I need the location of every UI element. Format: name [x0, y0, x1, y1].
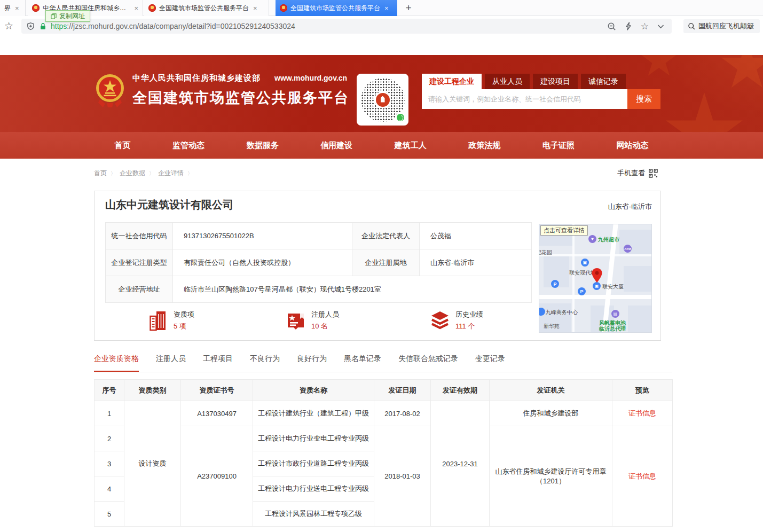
new-tab-button[interactable]: + — [402, 1, 415, 15]
tab-title: 全国建筑市场监管公共服务平台 — [290, 4, 380, 13]
secure-lock-icon[interactable] — [40, 22, 46, 30]
cell-qualification-name: 工程设计电力行业送电工程专业丙级 — [253, 476, 374, 502]
nav-item-news[interactable]: 网站动态 — [616, 140, 648, 151]
location-map[interactable]: 点击可查看详情 ♥ 九州超市 ATM 纪花园 ▣ 联安现代城 ▣ 联安大厦 P … — [539, 224, 652, 333]
supermarket-marker-icon: ♥ — [588, 235, 596, 243]
company-location-pin-icon — [592, 268, 602, 283]
tab-blacklist[interactable]: 黑名单记录 — [344, 354, 381, 372]
authority-line-2: （1201） — [493, 476, 609, 486]
stat-qualifications[interactable]: 资质项 5 项 — [149, 310, 194, 331]
nav-item-data-service[interactable]: 数据服务 — [247, 140, 279, 151]
map-label-garden: 纪花园 — [539, 249, 552, 256]
tab-good-behavior[interactable]: 良好行为 — [297, 354, 327, 372]
search-tab-credit[interactable]: 诚信记录 — [581, 74, 626, 89]
map-label-xinhua: 新华苑 — [544, 323, 560, 330]
stat-historical-performance[interactable]: 历史业绩 111 个 — [430, 310, 483, 331]
url-path: ://jzsc.mohurd.gov.cn/data/company/detai… — [67, 22, 295, 30]
site-brand[interactable]: 中华人民共和国住房和城乡建设部 www.mohurd.gov.cn 全国建筑市场… — [95, 73, 349, 107]
tab-registered-personnel[interactable]: 注册人员 — [156, 354, 186, 372]
table-row: 企业登记注册类型 有限责任公司（自然人投资或控股） 企业注册属地 山东省-临沂市 — [106, 249, 532, 276]
certificate-info-link[interactable]: 证书信息 — [628, 472, 656, 480]
tab-close-icon[interactable]: × — [15, 4, 19, 12]
url-text[interactable]: https://jzsc.mohurd.gov.cn/data/company/… — [51, 22, 295, 30]
cell-issue-date: 2018-01-03 — [374, 426, 431, 527]
nav-item-certificates[interactable]: 电子证照 — [542, 140, 575, 151]
mobile-view-button[interactable]: 手机查看 — [617, 168, 658, 178]
nav-item-workers[interactable]: 建筑工人 — [395, 140, 427, 151]
authority-line-1: 山东省住房和城乡建设厅许可专用章 — [493, 467, 609, 476]
tab-close-icon[interactable]: × — [384, 4, 389, 12]
cell-qualification-name: 工程设计风景园林工程专项乙级 — [253, 502, 374, 527]
certificate-icon — [286, 310, 306, 331]
cell-no: 4 — [95, 476, 124, 502]
breadcrumb-separator: 〉 — [149, 170, 154, 177]
table-row: 统一社会信用代码 91371302675501022B 企业法定代表人 公茂福 — [106, 223, 532, 249]
col-header-issue-date: 发证日期 — [374, 380, 431, 401]
qualification-table: 序号 资质类别 资质证书号 资质名称 发证日期 发证有效期 发证机关 预览 1 … — [94, 379, 673, 527]
cell-no: 3 — [95, 451, 124, 476]
keyword-search-input[interactable] — [422, 89, 627, 109]
search-tab-project[interactable]: 建设项目 — [533, 74, 578, 89]
credit-code-label: 统一社会信用代码 — [106, 223, 173, 249]
table-header-row: 序号 资质类别 资质证书号 资质名称 发证日期 发证有效期 发证机关 预览 — [95, 380, 673, 401]
tab-enterprise-qualification[interactable]: 企业资质资格 — [94, 354, 139, 372]
flash-extension-icon[interactable] — [625, 22, 632, 30]
hot-search-box[interactable]: 国航回应飞机颠簸 — [683, 19, 760, 33]
tab-title: 界 — [4, 4, 11, 13]
stat-registered-personnel[interactable]: 注册人员 10 名 — [286, 310, 339, 331]
reg-region-value: 山东省-临沂市 — [420, 249, 532, 276]
breadcrumb-enterprise-data[interactable]: 企业数据 — [120, 169, 145, 178]
legal-rep-value: 公茂福 — [420, 223, 532, 249]
breadcrumb-enterprise-detail[interactable]: 企业详情 — [158, 169, 184, 178]
nav-item-credit[interactable]: 信用建设 — [320, 140, 352, 151]
stat-value: 10 名 — [311, 322, 339, 331]
map-label-lianan-tower: 联安大厦 — [602, 283, 624, 291]
shield-icon[interactable] — [27, 22, 35, 30]
tab-close-icon[interactable]: × — [134, 4, 138, 12]
breadcrumb-separator: 〉 — [187, 170, 193, 177]
hot-search-text: 国航回应飞机颠簸 — [698, 21, 754, 31]
bookmark-star-icon[interactable]: ☆ — [4, 20, 16, 32]
tab-dishonesty-record[interactable]: 失信联合惩戒记录 — [398, 354, 458, 372]
search-tab-enterprise[interactable]: 建设工程企业 — [422, 74, 482, 89]
map-label-business-center: 九峰商务中心 — [546, 309, 578, 316]
parking-marker-icon: P — [551, 280, 559, 288]
tab-projects[interactable]: 工程项目 — [203, 354, 233, 372]
platform-title: 全国建筑市场监管公共服务平台 — [132, 88, 349, 107]
nav-item-policy[interactable]: 政策法规 — [468, 140, 500, 151]
table-row: 1 设计资质 A137030497 工程设计建筑行业（建筑工程）甲级 2017-… — [95, 401, 673, 426]
credit-code-value: 91371302675501022B — [173, 223, 352, 249]
qr-code-icon — [649, 169, 658, 178]
cell-no: 5 — [95, 502, 124, 527]
browser-tab-3[interactable]: 全国建筑市场监管公共服务平台 × — [144, 0, 269, 16]
zoom-out-icon[interactable] — [607, 22, 616, 31]
site-favicon-icon — [32, 4, 40, 12]
nav-item-home[interactable]: 首页 — [115, 140, 131, 151]
col-header-category: 资质类别 — [124, 380, 181, 401]
browser-tab-bar: 界 × 中华人民共和国住房和城乡建设 × 全国建筑市场监管公共服务平台 × 全国… — [0, 0, 763, 16]
legal-rep-label: 企业法定代表人 — [352, 223, 420, 249]
building-marker-icon: ▣ — [593, 282, 601, 290]
map-label-supermarket: 九州超市 — [598, 236, 619, 244]
tab-bad-behavior[interactable]: 不良行为 — [250, 354, 280, 372]
cell-no: 2 — [95, 426, 124, 451]
search-tab-personnel[interactable]: 从业人员 — [485, 74, 530, 89]
search-button[interactable]: 搜索 — [627, 89, 660, 109]
wechat-qr-code — [357, 74, 408, 126]
favorite-star-icon[interactable]: ☆ — [641, 21, 649, 32]
address-bar[interactable]: https://jzsc.mohurd.gov.cn/data/company/… — [21, 19, 672, 34]
layers-icon — [430, 310, 450, 331]
col-header-name: 资质名称 — [253, 380, 374, 401]
browser-url-row: ☆ https://jzsc.mohurd.gov.cn/data/compan… — [0, 17, 763, 36]
tab-change-record[interactable]: 变更记录 — [475, 354, 505, 372]
nav-item-supervision[interactable]: 监管动态 — [172, 140, 204, 151]
tab-close-icon[interactable]: × — [253, 4, 257, 12]
address-label: 企业经营地址 — [106, 276, 173, 303]
cell-no: 1 — [95, 401, 124, 426]
breadcrumb-home[interactable]: 首页 — [94, 169, 107, 178]
chevron-down-icon[interactable] — [657, 24, 664, 29]
browser-tab-active[interactable]: 全国建筑市场监管公共服务平台 × — [276, 0, 397, 16]
browser-tab-1[interactable]: 界 × — [0, 0, 26, 16]
main-navigation: 首页 监管动态 数据服务 信用建设 建筑工人 政策法规 电子证照 网站动态 — [0, 132, 763, 159]
certificate-info-link[interactable]: 证书信息 — [628, 409, 656, 417]
